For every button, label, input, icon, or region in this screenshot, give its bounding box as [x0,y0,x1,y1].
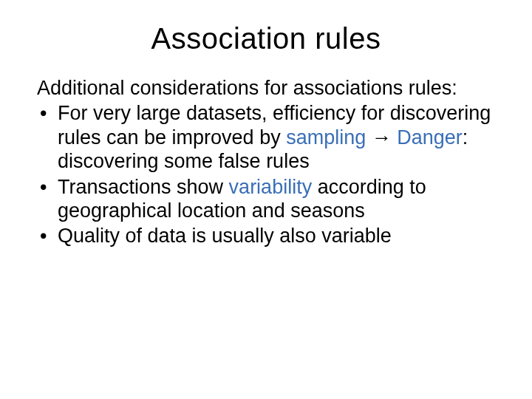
intro-text: Additional considerations for associatio… [37,76,495,100]
highlight-sampling: sampling [286,126,366,149]
highlight-danger: Danger [397,126,463,149]
arrow-icon: → [366,126,397,149]
bullet-text: Transactions show [58,176,229,198]
bullet-item: Transactions show variability according … [37,175,495,223]
bullet-item: For very large datasets, efficiency for … [37,101,495,173]
bullet-item: Quality of data is usually also variable [37,224,495,248]
bullet-list: For very large datasets, efficiency for … [37,101,495,248]
slide-title: Association rules [37,22,495,55]
bullet-text: Quality of data is usually also variable [58,225,392,247]
highlight-variability: variability [229,176,313,198]
